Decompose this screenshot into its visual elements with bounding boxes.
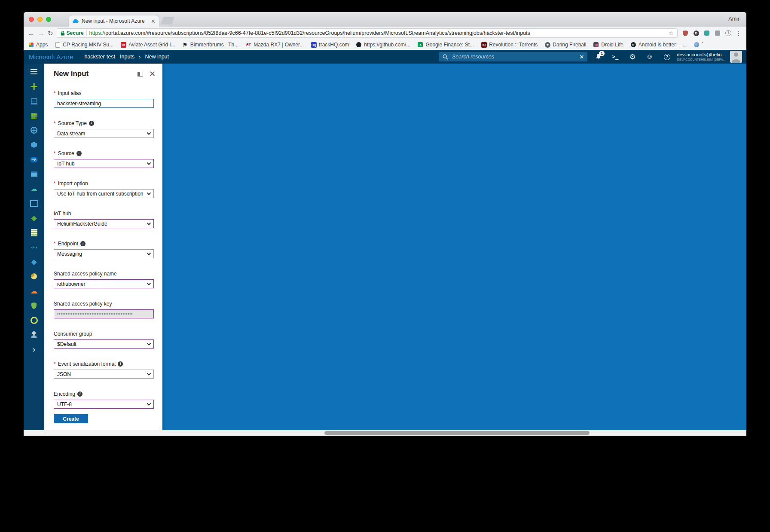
url-text: https://portal.azure.com/#resource/subsc… (89, 30, 666, 36)
sidebar-item-cost-management[interactable] (24, 269, 44, 284)
scrollbar-thumb[interactable] (324, 431, 590, 435)
zoom-button[interactable] (46, 17, 51, 22)
encoding-select[interactable]: UTF-8 (54, 400, 154, 409)
bookmark-apps[interactable]: Apps (28, 42, 48, 48)
consumer-group-select[interactable]: $Default (54, 339, 154, 349)
secure-badge[interactable]: Secure (61, 30, 84, 36)
bookmark-trackhq[interactable]: trackHQ.com (311, 42, 349, 48)
sidebar-item-active-directory[interactable] (24, 327, 44, 342)
sidebar-item-expand[interactable] (24, 342, 44, 357)
sidebar-item-monitor[interactable] (24, 196, 44, 211)
field-value: Data stream (57, 131, 145, 137)
sidebar-item-templates[interactable] (24, 225, 44, 240)
blade-header: New input ✕ (44, 64, 162, 80)
sidebar-item-subscriptions[interactable] (24, 211, 44, 225)
bookmark-android-is-better[interactable]: Android is better —... (630, 42, 687, 48)
event-serialization-format-select[interactable]: JSON (54, 370, 154, 379)
sidebar-item-functions[interactable] (24, 240, 44, 254)
back-icon[interactable]: ← (28, 30, 34, 37)
sidebar-item-dashboard[interactable] (24, 94, 44, 108)
maximize-blade-icon[interactable] (138, 72, 143, 76)
field-label: * Event serialization format i (54, 361, 154, 367)
shared-access-policy-name-select[interactable]: iothubowner (54, 279, 154, 288)
tab-close-icon[interactable]: ✕ (151, 18, 156, 24)
create-button[interactable]: Create (54, 414, 88, 423)
feedback-smiley-icon[interactable]: ☺ (646, 53, 654, 61)
bookmark-droid-life[interactable]: Droid Life (593, 42, 623, 48)
close-button[interactable] (29, 17, 34, 22)
azure-brand[interactable]: Microsoft Azure (29, 53, 73, 61)
bookmark-misc[interactable]: ` (694, 42, 703, 48)
bookmark-bimmerforums[interactable]: Bimmerforums - Th... (182, 42, 238, 48)
account-directory: DEVACCOUNTSHELIUM (DEFA... (677, 58, 726, 61)
field-label-text: Event serialization format (58, 361, 116, 367)
iot-hub-select[interactable]: HeliumHacksterGuide (54, 219, 154, 228)
bookmark-revolution[interactable]: Revolution :: Torrents (481, 42, 538, 48)
shared-access-policy-key-input[interactable]: ••••••••••••••••••••••••••••••••••••••••… (54, 309, 154, 318)
help-icon[interactable]: ? (663, 53, 671, 61)
resource-search-box[interactable]: ✕ (439, 52, 587, 61)
minimize-button[interactable] (37, 17, 43, 22)
sidebar-item-menu[interactable] (24, 64, 44, 79)
blue-diamond-icon (30, 257, 38, 266)
extension-icon-1[interactable] (682, 30, 689, 37)
sidebar-item-resource-groups[interactable] (24, 123, 44, 138)
settings-gear-icon[interactable]: ⚙ (629, 53, 636, 61)
browser-tab[interactable]: New input - Microsoft Azure ✕ (69, 15, 159, 27)
sidebar-item-help-support[interactable] (24, 284, 44, 298)
person-icon (30, 330, 38, 339)
bookmark-google-finance[interactable]: Google Finance: St... (417, 42, 474, 48)
bookmark-aviate[interactable]: Aviate Asset Grid I... (120, 42, 175, 48)
field-label: * Consumer group i (54, 331, 154, 337)
plus-icon (30, 82, 38, 91)
orange-cloud-icon (30, 287, 38, 295)
extension-icon-4[interactable] (714, 30, 721, 37)
breadcrumb-parent[interactable]: hackster-test - Inputs (84, 54, 134, 60)
sidebar-item-security-center[interactable] (24, 298, 44, 313)
address-bar[interactable]: Secure https://portal.azure.com/#resourc… (57, 28, 678, 38)
info-icon[interactable]: i (76, 151, 82, 156)
bookmark-daring-fireball[interactable]: Daring Fireball (544, 42, 586, 48)
sidebar-item-all-resources[interactable] (24, 108, 44, 123)
chrome-profile-name[interactable]: Amir (728, 16, 739, 22)
extension-icon-5[interactable] (725, 30, 732, 37)
bookmark-github[interactable]: https://github.com/... (356, 42, 410, 48)
sidebar-item-sql-databases[interactable] (24, 152, 44, 167)
info-icon[interactable]: i (89, 121, 94, 126)
source-type-select[interactable]: Data stream (54, 129, 154, 138)
bookmark-mazda-rx7[interactable]: Mazda RX7 | Owner... (245, 42, 304, 48)
cloud-shell-icon[interactable]: >_ (611, 53, 619, 61)
info-icon[interactable]: i (80, 241, 86, 246)
bookmark-cp-racing[interactable]: CP Racing MKIV Su... (55, 42, 113, 48)
import-option-select[interactable]: Use IoT hub from current subscription (54, 189, 154, 198)
bookmark-star-icon[interactable]: ☆ (668, 30, 674, 37)
info-icon[interactable]: i (118, 361, 123, 367)
sidebar-item-stream-analytics[interactable] (24, 254, 44, 269)
sidebar-item-cloud-services[interactable] (24, 181, 44, 196)
globe-icon (31, 127, 37, 134)
forward-icon[interactable]: → (38, 30, 44, 37)
favicon-icon (28, 42, 34, 48)
sidebar-item-new[interactable] (24, 79, 44, 94)
form-field: * Shared access policy key i •••••••••••… (54, 301, 154, 318)
reload-icon[interactable]: ↻ (48, 30, 53, 37)
notifications-bell-icon[interactable]: 1 (594, 53, 602, 61)
bookmark-label: trackHQ.com (319, 42, 349, 48)
favicon-icon (694, 42, 700, 48)
sidebar-item-advisor[interactable] (24, 313, 44, 327)
input-alias-input[interactable]: hackster-streaming (54, 99, 154, 108)
source-select[interactable]: IoT hub (54, 159, 154, 168)
close-blade-icon[interactable]: ✕ (149, 70, 156, 78)
sidebar-item-virtual-machines[interactable] (24, 167, 44, 181)
account-menu[interactable]: dev-accounts@heliu... DEVACCOUNTSHELIUM … (677, 52, 726, 61)
avatar[interactable] (730, 51, 742, 63)
extension-icon-2[interactable] (693, 30, 700, 37)
info-icon[interactable]: i (77, 391, 82, 397)
browser-menu-icon[interactable]: ⋮ (736, 30, 742, 37)
search-input[interactable] (451, 53, 576, 60)
sidebar-item-app-services[interactable] (24, 138, 44, 152)
endpoint-select[interactable]: Messaging (54, 249, 154, 258)
clear-search-icon[interactable]: ✕ (579, 54, 584, 60)
new-tab-button[interactable] (161, 17, 174, 24)
extension-icon-3[interactable] (703, 30, 710, 37)
